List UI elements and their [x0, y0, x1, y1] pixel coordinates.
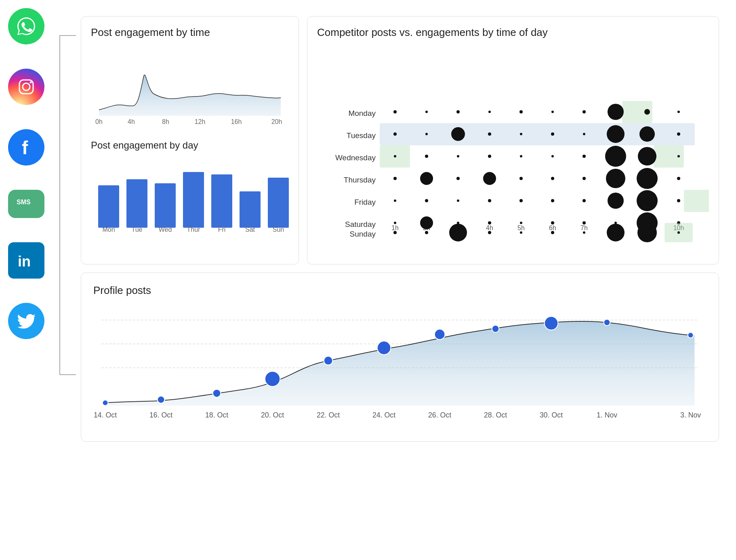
svg-text:20h: 20h: [271, 118, 282, 125]
svg-text:f: f: [22, 137, 28, 158]
svg-text:0h: 0h: [95, 118, 103, 125]
svg-point-98: [677, 199, 680, 202]
svg-point-80: [420, 172, 433, 185]
svg-point-94: [551, 199, 554, 202]
svg-point-131: [435, 329, 445, 340]
svg-text:Tue: Tue: [132, 226, 143, 233]
svg-point-130: [377, 341, 391, 355]
svg-point-81: [456, 177, 460, 180]
svg-text:Thur: Thur: [187, 226, 201, 233]
svg-rect-14: [98, 185, 119, 228]
svg-text:Monday: Monday: [348, 109, 376, 117]
svg-point-86: [606, 169, 625, 188]
svg-point-77: [638, 147, 656, 166]
svg-point-56: [608, 104, 624, 120]
svg-point-57: [644, 109, 650, 115]
competitor-chart: Monday Tuesday Wednesday Thursday Friday…: [317, 45, 709, 231]
svg-point-89: [394, 199, 396, 202]
svg-point-74: [551, 155, 554, 157]
svg-point-64: [551, 132, 554, 136]
svg-point-129: [324, 356, 333, 365]
svg-point-134: [604, 319, 610, 326]
svg-point-115: [551, 231, 554, 234]
svg-text:1. Nov: 1. Nov: [597, 411, 617, 419]
engagement-time-title: Post engagement by time: [91, 26, 289, 39]
svg-point-51: [456, 110, 460, 113]
main-content: Post engagement by time 0h: [81, 16, 719, 442]
svg-point-133: [545, 317, 558, 330]
sunday-row: Sunday: [317, 220, 709, 254]
engagement-time-chart: 0h 4h 8h 12h 16h 20h: [91, 45, 289, 128]
svg-point-97: [637, 190, 658, 211]
svg-text:20. Oct: 20. Oct: [261, 411, 284, 419]
svg-marker-5: [15, 210, 21, 214]
svg-point-79: [393, 177, 397, 180]
svg-point-49: [393, 110, 397, 113]
svg-text:Fri: Fri: [218, 226, 226, 233]
svg-text:8h: 8h: [162, 118, 169, 125]
svg-point-114: [520, 231, 522, 234]
svg-point-55: [582, 110, 586, 113]
svg-point-127: [213, 389, 221, 397]
svg-point-73: [520, 155, 522, 157]
bracket-connector: [48, 11, 80, 399]
svg-point-112: [449, 224, 467, 241]
svg-text:Thursday: Thursday: [344, 176, 376, 184]
competitor-panel: Competitor posts vs. engagements by time…: [307, 16, 719, 264]
sidebar-icon-sms[interactable]: SMS: [8, 190, 44, 218]
svg-point-61: [451, 127, 465, 141]
sidebar-icon-instagram[interactable]: [8, 69, 44, 105]
svg-text:Wednesday: Wednesday: [335, 153, 376, 162]
svg-point-126: [158, 396, 165, 403]
svg-point-53: [519, 110, 523, 113]
svg-point-60: [425, 133, 428, 135]
svg-point-62: [488, 132, 491, 136]
svg-point-125: [103, 400, 108, 406]
svg-text:Tuesday: Tuesday: [347, 131, 376, 140]
bar-chart: Mon Tue Wed Thur Fri Sat Sun: [91, 155, 289, 235]
svg-point-121: [677, 231, 680, 234]
svg-point-68: [677, 132, 680, 136]
svg-point-70: [425, 155, 428, 158]
svg-text:16h: 16h: [231, 118, 242, 125]
svg-point-96: [608, 193, 624, 209]
svg-point-84: [551, 177, 554, 180]
svg-point-92: [488, 199, 491, 202]
svg-text:16. Oct: 16. Oct: [149, 411, 172, 419]
svg-text:22. Oct: 22. Oct: [317, 411, 340, 419]
svg-text:Wed: Wed: [159, 226, 172, 233]
svg-rect-16: [155, 183, 176, 228]
svg-point-52: [488, 111, 491, 113]
svg-text:Sat: Sat: [245, 226, 255, 233]
svg-point-1: [23, 83, 30, 90]
svg-point-111: [425, 231, 428, 234]
svg-text:in: in: [18, 253, 31, 270]
svg-text:28. Oct: 28. Oct: [484, 411, 507, 419]
profile-posts-title: Profile posts: [93, 284, 707, 297]
svg-text:18. Oct: 18. Oct: [205, 411, 228, 419]
svg-point-66: [607, 125, 625, 143]
svg-point-59: [393, 132, 397, 136]
engagement-day-title: Post engagement by day: [91, 140, 289, 151]
svg-text:26. Oct: 26. Oct: [428, 411, 451, 419]
svg-rect-19: [240, 191, 261, 228]
svg-point-67: [639, 126, 655, 142]
svg-point-82: [483, 172, 496, 185]
svg-text:3. Nov: 3. Nov: [680, 411, 701, 419]
svg-point-2: [30, 82, 32, 84]
sidebar-icon-linkedin[interactable]: in: [8, 242, 44, 279]
svg-point-88: [677, 177, 680, 180]
sidebar-icon-twitter[interactable]: [8, 303, 44, 339]
svg-text:Friday: Friday: [354, 198, 376, 206]
svg-point-90: [425, 199, 428, 202]
svg-rect-32: [684, 190, 709, 212]
svg-text:14. Oct: 14. Oct: [94, 411, 117, 419]
svg-point-58: [677, 111, 680, 113]
svg-point-110: [393, 231, 397, 234]
svg-rect-18: [211, 174, 232, 228]
engagement-panel: Post engagement by time 0h: [81, 16, 299, 264]
svg-text:12h: 12h: [195, 118, 206, 125]
sidebar-icon-whatsapp[interactable]: [8, 8, 44, 44]
svg-point-95: [582, 199, 586, 202]
sidebar-icon-facebook[interactable]: f: [8, 129, 44, 166]
